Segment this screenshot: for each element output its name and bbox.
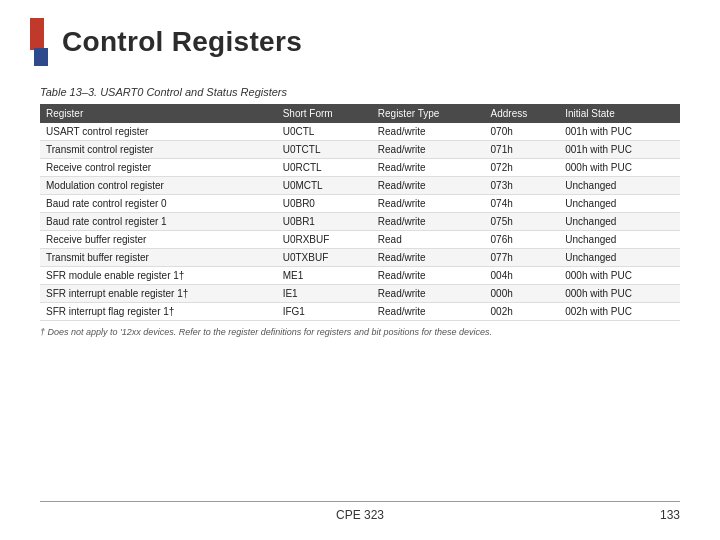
table-cell: 002h [485,303,560,321]
footer-page-number: 133 [660,508,680,522]
table-cell: U0TXBUF [277,249,372,267]
table-cell: 000h with PUC [559,267,680,285]
table-row: Modulation control registerU0MCTLRead/wr… [40,177,680,195]
table-cell: 071h [485,141,560,159]
table-cell: Read/write [372,159,485,177]
table-cell: U0RXBUF [277,231,372,249]
table-row: Transmit buffer registerU0TXBUFRead/writ… [40,249,680,267]
slide-header: Control Registers [0,0,720,76]
table-cell: SFR module enable register 1† [40,267,277,285]
table-title: Table 13–3. USART0 Control and Status Re… [40,86,680,98]
slide-footer: CPE 323 133 [0,508,720,522]
accent-decoration [30,18,48,66]
table-row: Baud rate control register 1U0BR1Read/wr… [40,213,680,231]
table-cell: Baud rate control register 0 [40,195,277,213]
blue-bar [34,48,48,66]
table-cell: U0BR1 [277,213,372,231]
table-cell: U0BR0 [277,195,372,213]
table-cell: 075h [485,213,560,231]
table-cell: 076h [485,231,560,249]
slide-content: Table 13–3. USART0 Control and Status Re… [0,76,720,347]
table-cell: 077h [485,249,560,267]
table-cell: Read/write [372,249,485,267]
table-cell: 002h with PUC [559,303,680,321]
slide-title: Control Registers [62,26,302,58]
table-cell: Unchanged [559,195,680,213]
table-cell: Read/write [372,285,485,303]
table-cell: U0MCTL [277,177,372,195]
table-row: Baud rate control register 0U0BR0Read/wr… [40,195,680,213]
table-cell: 074h [485,195,560,213]
table-cell: Read/write [372,303,485,321]
table-cell: Unchanged [559,249,680,267]
table-cell: Modulation control register [40,177,277,195]
table-row: Receive buffer registerU0RXBUFRead076hUn… [40,231,680,249]
table-cell: Transmit control register [40,141,277,159]
table-cell: Unchanged [559,213,680,231]
table-footnote: † Does not apply to '12xx devices. Refer… [40,327,680,337]
table-cell: 070h [485,123,560,141]
table-cell: 072h [485,159,560,177]
table-cell: Unchanged [559,231,680,249]
table-cell: 001h with PUC [559,141,680,159]
table-cell: ME1 [277,267,372,285]
table-cell: 000h [485,285,560,303]
table-cell: USART control register [40,123,277,141]
footer-line [40,501,680,502]
col-header-register: Register [40,104,277,123]
table-cell: Read/write [372,177,485,195]
table-cell: Baud rate control register 1 [40,213,277,231]
table-cell: Transmit buffer register [40,249,277,267]
footer-course: CPE 323 [40,508,680,522]
table-cell: Read/write [372,195,485,213]
slide: Control Registers Table 13–3. USART0 Con… [0,0,720,540]
red-bar [30,18,44,50]
table-cell: 000h with PUC [559,159,680,177]
col-header-reg-type: Register Type [372,104,485,123]
table-row: Transmit control registerU0TCTLRead/writ… [40,141,680,159]
table-cell: 073h [485,177,560,195]
table-cell: U0RCTL [277,159,372,177]
table-header-row: Register Short Form Register Type Addres… [40,104,680,123]
table-row: SFR interrupt enable register 1†IE1Read/… [40,285,680,303]
table-cell: IFG1 [277,303,372,321]
table-cell: U0TCTL [277,141,372,159]
table-cell: Read/write [372,213,485,231]
table-cell: SFR interrupt enable register 1† [40,285,277,303]
table-cell: 001h with PUC [559,123,680,141]
registers-table: Register Short Form Register Type Addres… [40,104,680,321]
table-cell: 000h with PUC [559,285,680,303]
table-cell: U0CTL [277,123,372,141]
table-cell: Read/write [372,267,485,285]
table-cell: IE1 [277,285,372,303]
table-cell: 004h [485,267,560,285]
table-cell: Unchanged [559,177,680,195]
table-row: SFR interrupt flag register 1†IFG1Read/w… [40,303,680,321]
col-header-initial-state: Initial State [559,104,680,123]
table-row: USART control registerU0CTLRead/write070… [40,123,680,141]
table-cell: Read/write [372,141,485,159]
table-cell: Read [372,231,485,249]
table-cell: SFR interrupt flag register 1† [40,303,277,321]
table-row: Receive control registerU0RCTLRead/write… [40,159,680,177]
table-cell: Receive buffer register [40,231,277,249]
table-cell: Read/write [372,123,485,141]
table-cell: Receive control register [40,159,277,177]
col-header-address: Address [485,104,560,123]
table-row: SFR module enable register 1†ME1Read/wri… [40,267,680,285]
col-header-short-form: Short Form [277,104,372,123]
